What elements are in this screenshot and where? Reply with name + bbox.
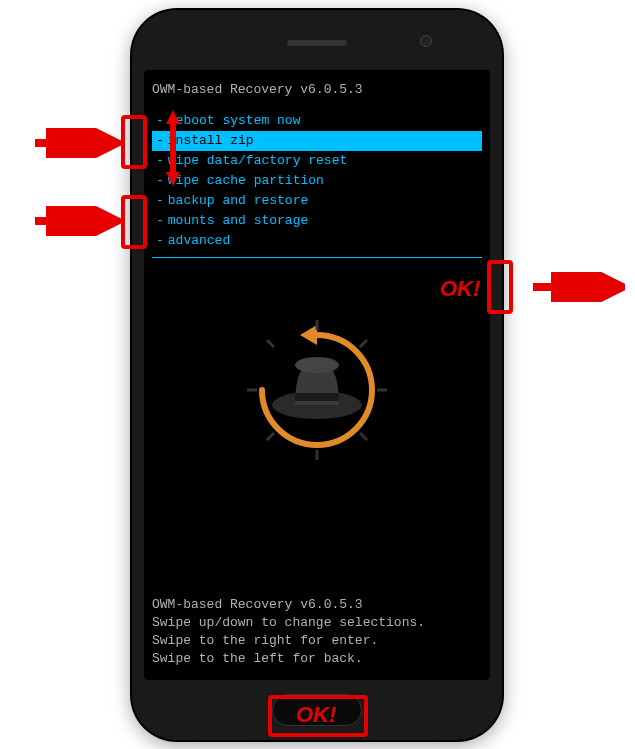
menu-bullet: - bbox=[156, 213, 168, 228]
arrow-to-power bbox=[515, 272, 625, 302]
ok-label-power: OK! bbox=[440, 276, 480, 302]
menu-item-wipe-cache-partition[interactable]: -wipe cache partition bbox=[152, 171, 482, 191]
menu-item-advanced[interactable]: -advanced bbox=[152, 231, 482, 251]
cwm-logo bbox=[144, 300, 490, 480]
menu-item-label: wipe data/factory reset bbox=[168, 153, 347, 168]
menu-item-label: install zip bbox=[168, 133, 254, 148]
hat-icon bbox=[242, 315, 392, 465]
menu-item-reboot-system-now[interactable]: -reboot system now bbox=[152, 111, 482, 131]
recovery-title: OWM-based Recovery v6.0.5.3 bbox=[152, 82, 482, 97]
phone-screen: OWM-based Recovery v6.0.5.3 -reboot syst… bbox=[144, 70, 490, 680]
svg-line-8 bbox=[360, 340, 367, 347]
phone-frame: OWM-based Recovery v6.0.5.3 -reboot syst… bbox=[132, 10, 502, 740]
phone-front-camera bbox=[420, 35, 432, 47]
menu-item-wipe-data-factory-reset[interactable]: -wipe data/factory reset bbox=[152, 151, 482, 171]
menu-bullet: - bbox=[156, 153, 168, 168]
footer-line-4: Swipe to the left for back. bbox=[152, 650, 482, 668]
footer-line-3: Swipe to the right for enter. bbox=[152, 632, 482, 650]
svg-rect-11 bbox=[295, 393, 339, 401]
menu-bullet: - bbox=[156, 133, 168, 148]
svg-point-10 bbox=[295, 357, 339, 373]
recovery-menu: -reboot system now-install zip-wipe data… bbox=[152, 111, 482, 251]
menu-item-label: mounts and storage bbox=[168, 213, 308, 228]
footer-line-1: OWM-based Recovery v6.0.5.3 bbox=[152, 596, 482, 614]
menu-divider bbox=[152, 257, 482, 258]
svg-line-6 bbox=[360, 433, 367, 440]
menu-item-install-zip[interactable]: -install zip bbox=[152, 131, 482, 151]
menu-item-label: backup and restore bbox=[168, 193, 308, 208]
phone-speaker bbox=[287, 40, 347, 46]
arrow-to-volume-down bbox=[30, 206, 125, 236]
menu-item-backup-and-restore[interactable]: -backup and restore bbox=[152, 191, 482, 211]
menu-item-label: advanced bbox=[168, 233, 230, 248]
menu-bullet: - bbox=[156, 233, 168, 248]
footer-line-2: Swipe up/down to change selections. bbox=[152, 614, 482, 632]
menu-bullet: - bbox=[156, 113, 168, 128]
recovery-footer: OWM-based Recovery v6.0.5.3 Swipe up/dow… bbox=[152, 596, 482, 668]
svg-line-7 bbox=[267, 433, 274, 440]
ok-label-home: OK! bbox=[296, 702, 336, 728]
menu-item-mounts-and-storage[interactable]: -mounts and storage bbox=[152, 211, 482, 231]
menu-item-label: reboot system now bbox=[168, 113, 301, 128]
arrow-to-volume-up bbox=[30, 128, 125, 158]
menu-bullet: - bbox=[156, 173, 168, 188]
svg-marker-0 bbox=[300, 325, 317, 345]
svg-line-5 bbox=[267, 340, 274, 347]
menu-item-label: wipe cache partition bbox=[168, 173, 324, 188]
menu-bullet: - bbox=[156, 193, 168, 208]
